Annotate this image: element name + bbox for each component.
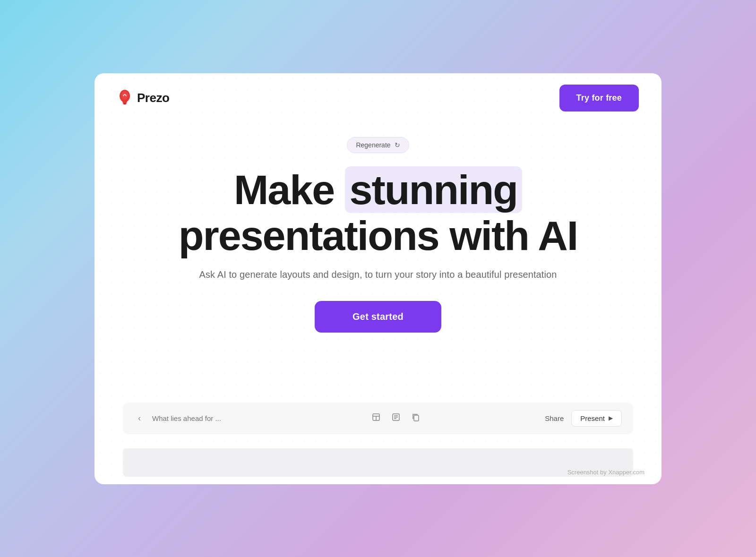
copy-icon-button[interactable] <box>410 411 422 425</box>
regenerate-label: Regenerate <box>356 141 390 149</box>
presentation-title-input[interactable] <box>152 414 247 422</box>
share-button[interactable]: Share <box>545 414 564 422</box>
regenerate-icon: ↻ <box>395 141 400 149</box>
hero-subtitle: Ask AI to generate layouts and design, t… <box>199 269 557 280</box>
header: Prezo Try for free <box>94 73 662 123</box>
title-stunning: stunning <box>345 166 522 213</box>
get-started-button[interactable]: Get started <box>315 301 441 333</box>
bar-left: ‹ <box>134 411 247 425</box>
svg-rect-12 <box>414 415 419 421</box>
svg-point-1 <box>121 91 128 100</box>
logo-text: Prezo <box>137 91 169 105</box>
title-line2: presentations with AI <box>179 212 578 259</box>
presentation-bar: ‹ <box>123 403 633 434</box>
layout-icon-button[interactable] <box>370 411 382 425</box>
bar-right: Share Present ▶ <box>545 410 622 427</box>
bar-icons <box>370 411 422 425</box>
hero-title: Make stunning presentations with AI <box>179 166 578 258</box>
try-free-button[interactable]: Try for free <box>559 85 639 111</box>
svg-rect-2 <box>122 101 127 103</box>
present-button[interactable]: Present ▶ <box>571 410 622 427</box>
play-icon: ▶ <box>609 415 613 421</box>
footer-credit: Screenshot by Xnapper.com <box>567 469 644 476</box>
back-button[interactable]: ‹ <box>134 411 145 425</box>
svg-rect-4 <box>123 103 126 104</box>
logo-icon <box>117 89 132 106</box>
main-card: Prezo Try for free Regenerate ↻ Make stu… <box>94 73 662 484</box>
hero-section: Regenerate ↻ Make stunning presentations… <box>94 123 662 403</box>
notes-icon-button[interactable] <box>390 411 402 425</box>
content-area <box>123 448 633 477</box>
title-make: Make <box>234 166 345 213</box>
present-label: Present <box>580 414 605 422</box>
logo-area: Prezo <box>117 89 169 106</box>
regenerate-badge[interactable]: Regenerate ↻ <box>347 137 409 153</box>
